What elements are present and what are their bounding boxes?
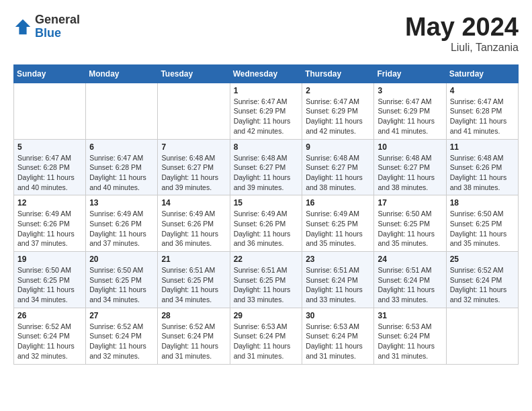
logo-icon: [13, 17, 32, 36]
col-monday: Monday: [86, 64, 158, 83]
logo-general: General: [35, 13, 80, 27]
table-row: 4Sunrise: 6:47 AMSunset: 6:28 PMDaylight…: [446, 83, 518, 139]
col-saturday: Saturday: [446, 64, 518, 83]
table-row: 18Sunrise: 6:50 AMSunset: 6:25 PMDayligh…: [446, 195, 518, 252]
calendar-week-row: 5Sunrise: 6:47 AMSunset: 6:28 PMDaylight…: [14, 139, 519, 195]
table-row: 26Sunrise: 6:52 AMSunset: 6:24 PMDayligh…: [14, 308, 86, 364]
day-number: 5: [17, 142, 82, 152]
day-number: 4: [450, 86, 515, 95]
day-detail: Sunrise: 6:49 AMSunset: 6:26 PMDaylight:…: [17, 209, 82, 248]
day-detail: Sunrise: 6:52 AMSunset: 6:24 PMDaylight:…: [17, 322, 82, 361]
day-number: 18: [450, 198, 515, 208]
table-row: [86, 83, 158, 139]
day-number: 9: [306, 142, 370, 152]
calendar-table: Sunday Monday Tuesday Wednesday Thursday…: [13, 64, 519, 365]
calendar-week-row: 1Sunrise: 6:47 AMSunset: 6:29 PMDaylight…: [14, 83, 519, 139]
day-detail: Sunrise: 6:49 AMSunset: 6:25 PMDaylight:…: [306, 209, 370, 248]
day-detail: Sunrise: 6:49 AMSunset: 6:26 PMDaylight:…: [89, 209, 154, 248]
calendar-week-row: 19Sunrise: 6:50 AMSunset: 6:25 PMDayligh…: [14, 252, 519, 308]
day-detail: Sunrise: 6:47 AMSunset: 6:29 PMDaylight:…: [306, 97, 370, 136]
day-detail: Sunrise: 6:52 AMSunset: 6:24 PMDaylight:…: [89, 322, 154, 361]
table-row: 17Sunrise: 6:50 AMSunset: 6:25 PMDayligh…: [374, 195, 446, 252]
table-row: 8Sunrise: 6:48 AMSunset: 6:27 PMDaylight…: [230, 139, 302, 195]
day-detail: Sunrise: 6:50 AMSunset: 6:25 PMDaylight:…: [17, 265, 82, 305]
day-number: 27: [89, 311, 154, 320]
table-row: 31Sunrise: 6:53 AMSunset: 6:24 PMDayligh…: [374, 308, 446, 364]
month-title: May 2024: [405, 13, 519, 42]
day-detail: Sunrise: 6:53 AMSunset: 6:24 PMDaylight:…: [234, 322, 299, 361]
location-title: Liuli, Tanzania: [405, 42, 519, 54]
day-number: 15: [234, 198, 299, 208]
table-row: [14, 83, 86, 139]
day-detail: Sunrise: 6:52 AMSunset: 6:24 PMDaylight:…: [450, 265, 515, 305]
day-number: 12: [17, 198, 82, 208]
page-header: General Blue May 2024 Liuli, Tanzania: [13, 13, 519, 54]
table-row: 19Sunrise: 6:50 AMSunset: 6:25 PMDayligh…: [14, 252, 86, 308]
table-row: 15Sunrise: 6:49 AMSunset: 6:26 PMDayligh…: [230, 195, 302, 252]
day-number: 16: [306, 198, 370, 208]
table-row: 9Sunrise: 6:48 AMSunset: 6:27 PMDaylight…: [302, 139, 374, 195]
day-detail: Sunrise: 6:50 AMSunset: 6:25 PMDaylight:…: [378, 209, 442, 248]
day-detail: Sunrise: 6:48 AMSunset: 6:26 PMDaylight:…: [450, 153, 515, 193]
day-number: 25: [450, 255, 515, 264]
logo: General Blue: [13, 13, 80, 40]
table-row: 27Sunrise: 6:52 AMSunset: 6:24 PMDayligh…: [86, 308, 158, 364]
table-row: 25Sunrise: 6:52 AMSunset: 6:24 PMDayligh…: [446, 252, 518, 308]
table-row: 7Sunrise: 6:48 AMSunset: 6:27 PMDaylight…: [158, 139, 230, 195]
day-number: 17: [378, 198, 442, 208]
day-detail: Sunrise: 6:49 AMSunset: 6:26 PMDaylight:…: [234, 209, 299, 248]
day-number: 13: [89, 198, 154, 208]
col-sunday: Sunday: [14, 64, 86, 83]
title-block: May 2024 Liuli, Tanzania: [405, 13, 519, 54]
day-number: 26: [17, 311, 82, 320]
table-row: 22Sunrise: 6:51 AMSunset: 6:25 PMDayligh…: [230, 252, 302, 308]
day-detail: Sunrise: 6:49 AMSunset: 6:26 PMDaylight:…: [161, 209, 226, 248]
day-detail: Sunrise: 6:51 AMSunset: 6:25 PMDaylight:…: [234, 265, 299, 305]
day-number: 21: [161, 255, 226, 264]
logo-text: General Blue: [35, 13, 80, 40]
day-detail: Sunrise: 6:50 AMSunset: 6:25 PMDaylight:…: [450, 209, 515, 248]
table-row: 5Sunrise: 6:47 AMSunset: 6:28 PMDaylight…: [14, 139, 86, 195]
table-row: 12Sunrise: 6:49 AMSunset: 6:26 PMDayligh…: [14, 195, 86, 252]
table-row: 13Sunrise: 6:49 AMSunset: 6:26 PMDayligh…: [86, 195, 158, 252]
day-number: 22: [234, 255, 299, 264]
day-number: 23: [306, 255, 370, 264]
day-detail: Sunrise: 6:47 AMSunset: 6:29 PMDaylight:…: [378, 97, 442, 136]
svg-marker-0: [15, 19, 30, 34]
day-number: 8: [234, 142, 299, 152]
table-row: 14Sunrise: 6:49 AMSunset: 6:26 PMDayligh…: [158, 195, 230, 252]
day-number: 28: [161, 311, 226, 320]
table-row: 3Sunrise: 6:47 AMSunset: 6:29 PMDaylight…: [374, 83, 446, 139]
day-detail: Sunrise: 6:48 AMSunset: 6:27 PMDaylight:…: [378, 153, 442, 193]
calendar-week-row: 12Sunrise: 6:49 AMSunset: 6:26 PMDayligh…: [14, 195, 519, 252]
day-detail: Sunrise: 6:48 AMSunset: 6:27 PMDaylight:…: [306, 153, 370, 193]
table-row: [158, 83, 230, 139]
day-number: 14: [161, 198, 226, 208]
table-row: 23Sunrise: 6:51 AMSunset: 6:24 PMDayligh…: [302, 252, 374, 308]
table-row: [446, 308, 518, 364]
day-number: 30: [306, 311, 370, 320]
day-detail: Sunrise: 6:52 AMSunset: 6:24 PMDaylight:…: [161, 322, 226, 361]
col-wednesday: Wednesday: [230, 64, 302, 83]
day-detail: Sunrise: 6:47 AMSunset: 6:28 PMDaylight:…: [17, 153, 82, 193]
day-number: 24: [378, 255, 442, 264]
table-row: 11Sunrise: 6:48 AMSunset: 6:26 PMDayligh…: [446, 139, 518, 195]
day-number: 3: [378, 86, 442, 95]
calendar-header-row: Sunday Monday Tuesday Wednesday Thursday…: [14, 64, 519, 83]
day-detail: Sunrise: 6:48 AMSunset: 6:27 PMDaylight:…: [234, 153, 299, 193]
day-detail: Sunrise: 6:53 AMSunset: 6:24 PMDaylight:…: [378, 322, 442, 361]
day-number: 19: [17, 255, 82, 264]
table-row: 29Sunrise: 6:53 AMSunset: 6:24 PMDayligh…: [230, 308, 302, 364]
col-thursday: Thursday: [302, 64, 374, 83]
day-number: 7: [161, 142, 226, 152]
day-detail: Sunrise: 6:47 AMSunset: 6:28 PMDaylight:…: [450, 97, 515, 136]
table-row: 16Sunrise: 6:49 AMSunset: 6:25 PMDayligh…: [302, 195, 374, 252]
day-detail: Sunrise: 6:51 AMSunset: 6:25 PMDaylight:…: [161, 265, 226, 305]
day-number: 29: [234, 311, 299, 320]
day-detail: Sunrise: 6:47 AMSunset: 6:29 PMDaylight:…: [234, 97, 299, 136]
col-tuesday: Tuesday: [158, 64, 230, 83]
table-row: 24Sunrise: 6:51 AMSunset: 6:24 PMDayligh…: [374, 252, 446, 308]
calendar-week-row: 26Sunrise: 6:52 AMSunset: 6:24 PMDayligh…: [14, 308, 519, 364]
day-detail: Sunrise: 6:48 AMSunset: 6:27 PMDaylight:…: [161, 153, 226, 193]
table-row: 1Sunrise: 6:47 AMSunset: 6:29 PMDaylight…: [230, 83, 302, 139]
